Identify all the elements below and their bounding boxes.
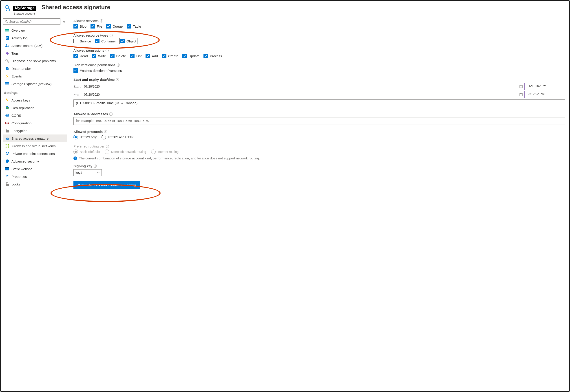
radio-https-only[interactable]: HTTPS only: [73, 135, 97, 140]
info-icon[interactable]: i: [106, 49, 109, 52]
start-time-input[interactable]: 12:12:02 PM: [526, 83, 565, 90]
svg-rect-7: [6, 38, 8, 38]
checkbox-queue[interactable]: Queue: [106, 24, 123, 28]
search-input-wrapper[interactable]: [3, 18, 60, 25]
sidebar-item-data-transfer[interactable]: Data transfer: [3, 65, 67, 72]
sidebar-item-storage-explorer[interactable]: Storage Explorer (preview): [3, 80, 67, 87]
signing-key-label: Signing key i: [73, 164, 565, 168]
tags-icon: [5, 51, 9, 55]
sidebar-item-access-control[interactable]: Access control (IAM): [3, 42, 67, 49]
sidebar-item-label: Access keys: [12, 98, 30, 102]
sidebar-item-locks[interactable]: Locks: [3, 180, 67, 188]
sidebar-item-overview[interactable]: Overview: [3, 27, 67, 34]
sidebar-item-label: Geo-replication: [12, 106, 34, 110]
svg-rect-6: [6, 37, 8, 37]
svg-rect-4: [5, 31, 9, 32]
sidebar-item-static-website[interactable]: Static website: [3, 165, 67, 173]
svg-rect-31: [8, 152, 9, 153]
calendar-icon: [519, 85, 523, 88]
info-icon[interactable]: i: [116, 78, 119, 81]
generate-sas-button[interactable]: Generate SAS and connection string: [73, 181, 140, 189]
svg-point-39: [7, 177, 7, 177]
sidebar-item-firewalls[interactable]: Firewalls and virtual networks: [3, 142, 67, 150]
info-icon[interactable]: i: [100, 19, 103, 22]
checkbox-read[interactable]: Read: [73, 54, 88, 58]
cors-icon: [5, 113, 9, 117]
collapse-sidebar-icon[interactable]: «: [62, 20, 66, 23]
checkbox-list[interactable]: List: [130, 54, 142, 58]
allowed-protocols-label: Allowed protocols i: [73, 130, 565, 134]
shield-icon: [5, 159, 9, 163]
checkbox-blob[interactable]: Blob: [73, 24, 86, 28]
svg-rect-15: [5, 84, 9, 85]
checkbox-file[interactable]: File: [90, 24, 102, 28]
sidebar-item-label: Tags: [12, 51, 19, 55]
sidebar-item-label: Activity log: [12, 36, 28, 40]
sidebar-item-events[interactable]: Events: [3, 72, 67, 80]
calendar-icon: [519, 93, 523, 96]
svg-point-10: [8, 45, 9, 46]
checkbox-container[interactable]: Container: [95, 39, 116, 43]
sidebar-item-shared-access-signature[interactable]: Shared access signature: [3, 135, 67, 142]
sidebar: « Overview Activity log Access control (…: [2, 17, 68, 194]
svg-rect-24: [6, 123, 8, 124]
info-icon[interactable]: i: [109, 112, 113, 116]
end-date-input[interactable]: 07/28/2020: [82, 91, 525, 98]
info-icon[interactable]: i: [117, 64, 120, 67]
svg-rect-13: [5, 82, 9, 83]
sidebar-item-activity-log[interactable]: Activity log: [3, 34, 67, 42]
key-icon: [5, 98, 9, 102]
diagnose-icon: [5, 59, 9, 63]
info-icon[interactable]: i: [104, 130, 107, 133]
svg-line-1: [7, 22, 8, 23]
sidebar-item-label: Data transfer: [12, 67, 31, 70]
sidebar-item-tags[interactable]: Tags: [3, 49, 67, 57]
info-icon[interactable]: i: [94, 165, 97, 168]
end-label: End: [73, 93, 82, 97]
search-input[interactable]: [9, 20, 58, 23]
sidebar-item-diagnose[interactable]: Diagnose and solve problems: [3, 57, 67, 65]
info-icon[interactable]: i: [106, 145, 109, 148]
svg-point-12: [6, 59, 7, 61]
separator: |: [38, 4, 40, 11]
allowed-resource-types-label: Allowed resource types i: [73, 33, 565, 37]
checkbox-object[interactable]: Object: [120, 39, 137, 43]
checkbox-add[interactable]: Add: [145, 54, 158, 58]
svg-rect-5: [6, 36, 9, 40]
allowed-ip-input[interactable]: for example, 168.1.5.65 or 168.1.5.65-16…: [73, 117, 565, 125]
end-time-input[interactable]: 8:12:02 PM: [526, 91, 565, 98]
sidebar-item-advanced-security[interactable]: Advanced security: [3, 157, 67, 165]
checkbox-write[interactable]: Write: [92, 54, 106, 58]
svg-point-40: [8, 175, 8, 176]
checkbox-update[interactable]: Update: [182, 54, 200, 58]
sidebar-item-properties[interactable]: Properties: [3, 173, 67, 180]
svg-rect-3: [5, 30, 9, 31]
svg-rect-30: [6, 152, 7, 153]
svg-rect-46: [520, 93, 522, 96]
signing-key-select[interactable]: key1: [73, 169, 102, 176]
radio-https-http[interactable]: HTTPS and HTTP: [101, 135, 133, 140]
start-date-input[interactable]: 07/28/2020: [82, 83, 525, 90]
checkbox-table[interactable]: Table: [127, 24, 141, 28]
svg-point-0: [5, 20, 7, 22]
timezone-select[interactable]: (UTC-08:00) Pacific Time (US & Canada): [73, 99, 565, 107]
data-transfer-icon: [5, 67, 9, 70]
allowed-services-label: Allowed services i: [73, 19, 565, 23]
checkbox-enable-version-delete[interactable]: Enables deletion of versions: [73, 68, 122, 73]
sidebar-item-access-keys[interactable]: Access keys: [3, 96, 67, 104]
activity-log-icon: [5, 36, 9, 40]
checkbox-delete[interactable]: Delete: [110, 54, 126, 58]
radio-ms-routing: Microsoft network routing: [105, 150, 146, 154]
info-icon[interactable]: i: [110, 34, 113, 37]
radio-internet-routing: Internet routing: [151, 150, 179, 154]
checkbox-service[interactable]: Service: [73, 39, 91, 43]
sidebar-item-geo-replication[interactable]: Geo-replication: [3, 104, 67, 112]
checkbox-create[interactable]: Create: [162, 54, 178, 58]
chevron-down-icon: [97, 172, 100, 174]
checkbox-process[interactable]: Process: [203, 54, 222, 58]
sidebar-item-label: Diagnose and solve problems: [12, 59, 56, 63]
sidebar-item-configuration[interactable]: Configuration: [3, 119, 67, 127]
sidebar-item-private-endpoint[interactable]: Private endpoint connections: [3, 150, 67, 157]
sidebar-item-encryption[interactable]: Encryption: [3, 127, 67, 135]
sidebar-item-cors[interactable]: CORS: [3, 112, 67, 119]
